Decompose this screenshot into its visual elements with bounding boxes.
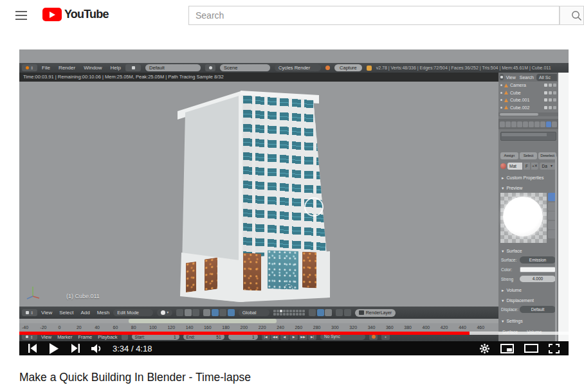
- window-edge: [558, 73, 569, 341]
- material-slot-list: [500, 132, 556, 141]
- search-input[interactable]: [189, 6, 559, 24]
- tab-render-icon: [500, 121, 505, 127]
- visibility-icon: [544, 98, 547, 102]
- miniplayer-button[interactable]: [500, 344, 514, 353]
- expanded-arrow-icon: ▼: [501, 186, 504, 190]
- fullscreen-button[interactable]: [549, 344, 560, 353]
- strength-row: Streng 4.000: [498, 276, 558, 282]
- outliner-item: Cube: [498, 89, 558, 97]
- capture-button: Capture: [334, 64, 362, 71]
- ruler-tick-label: 320: [349, 323, 367, 332]
- expander-icon: [500, 84, 502, 86]
- outliner-scrollbar: [498, 112, 558, 116]
- expanded-arrow-icon: ▼: [501, 299, 504, 303]
- play-icon: [50, 343, 59, 354]
- ruler-tick-label: 240: [277, 323, 295, 332]
- next-icon: [71, 344, 80, 353]
- timeline-scrollbar: [19, 319, 498, 323]
- ruler-tick-label: 180: [222, 323, 240, 332]
- tab-modifiers-icon: [534, 121, 540, 127]
- ruler-tick-label: 300: [331, 323, 349, 332]
- surface-row: Surface: Emission: [498, 256, 558, 263]
- mouse-click-indicator: [304, 197, 324, 217]
- tab-scene-icon: [511, 121, 516, 127]
- tab-texture-icon: [552, 121, 557, 127]
- settings-section: ▼Settings: [498, 319, 558, 323]
- menu-item: View: [506, 75, 516, 80]
- expander-icon: [500, 99, 502, 101]
- ruler-tick-label: 160: [204, 323, 222, 332]
- ruler-tick-label: 20: [77, 323, 95, 332]
- layout-selector-icon: [125, 64, 141, 71]
- volume-button[interactable]: [91, 344, 104, 353]
- capture-record-icon: [325, 66, 330, 70]
- youtube-header: YouTube: [0, 0, 584, 31]
- ruler-tick-label: 0: [59, 323, 77, 332]
- color-swatch: [520, 267, 556, 272]
- ruler-tick-label: 280: [313, 323, 331, 332]
- select-button: Select: [520, 152, 538, 159]
- surface-section: ▼Surface: [498, 249, 558, 253]
- previous-icon: [28, 344, 37, 353]
- properties-tabs: [498, 119, 558, 129]
- search-button[interactable]: [560, 6, 584, 25]
- menu-item: View: [41, 310, 52, 316]
- outliner-item: Cube.002: [498, 104, 558, 112]
- player-controls: 3:34 / 4:18: [19, 341, 569, 355]
- add-remove-buttons: +✕: [531, 163, 538, 170]
- strength-slider: 4.000: [520, 276, 556, 282]
- object-type-icon: [504, 105, 508, 109]
- renderability-icon: [553, 106, 556, 109]
- ruler-tick-label: 260: [295, 323, 313, 332]
- deselect-button: Deselect: [538, 152, 556, 159]
- scene-selector-icon: [205, 64, 215, 71]
- expanded-arrow-icon: ▼: [501, 319, 504, 323]
- renderability-icon: [553, 84, 556, 87]
- active-object-label: (1) Cube.011: [66, 293, 100, 299]
- video-player[interactable]: ⇕ FileRenderWindowHelp Default Scene Cyc…: [19, 49, 569, 355]
- viewport-menus: ViewSelectAddMesh: [41, 310, 109, 316]
- play-button[interactable]: [50, 343, 59, 354]
- progress-bar[interactable]: [19, 332, 569, 335]
- ruler-tick-label: 100: [149, 323, 167, 332]
- theater-icon: [524, 344, 538, 353]
- outliner-item-label: Cube.001: [510, 98, 529, 102]
- fake-user-button: F: [524, 163, 530, 170]
- outliner-header: ViewSearch All Sc: [498, 73, 558, 82]
- layout-field: Default: [145, 64, 201, 71]
- storefront-door: [243, 253, 261, 291]
- youtube-logo[interactable]: YouTube: [42, 8, 109, 21]
- visibility-icon: [544, 84, 547, 87]
- settings-button[interactable]: [479, 343, 490, 354]
- material-icon: [500, 163, 506, 169]
- storefront-door: [205, 258, 217, 291]
- snap-icons: [309, 309, 332, 316]
- collapsed-arrow-icon: ►: [501, 289, 504, 292]
- menu-icon[interactable]: [15, 11, 27, 20]
- object-type-icon: [504, 98, 508, 102]
- youtube-play-icon: [42, 8, 62, 21]
- render-status-bar: Time:00:03.91 | Remaining:00:10.06 | Mem…: [19, 73, 498, 82]
- theater-button[interactable]: [524, 344, 538, 353]
- outliner-item: Camera: [498, 82, 558, 89]
- preview-render: [500, 193, 547, 243]
- previous-button[interactable]: [28, 344, 37, 353]
- ruler-tick-label: 400: [423, 323, 441, 332]
- color-row: Color:: [498, 267, 558, 272]
- renderability-icon: [553, 98, 556, 102]
- image-icon: [359, 310, 364, 315]
- outliner-filter-dropdown: All Sc: [536, 74, 557, 81]
- storefront-door: [302, 252, 316, 289]
- blender-top-menus: FileRenderWindowHelp: [42, 65, 121, 71]
- preview-section: ▼Preview: [498, 186, 558, 190]
- object-type-icon: [504, 84, 508, 87]
- next-button[interactable]: [71, 344, 80, 353]
- outliner-tree: Camera Cube: [498, 82, 558, 111]
- storefront-glass: [268, 250, 298, 290]
- volume-icon: [91, 344, 104, 353]
- time-display: 3:34 / 4:18: [113, 344, 152, 353]
- blender-right-panel: ViewSearch All Sc Camera: [498, 73, 558, 341]
- renderability-icon: [553, 91, 556, 94]
- ruler-tick-label: 380: [404, 323, 422, 332]
- timeline-ruler: -40-200204060801001201401601802002202402…: [19, 323, 498, 332]
